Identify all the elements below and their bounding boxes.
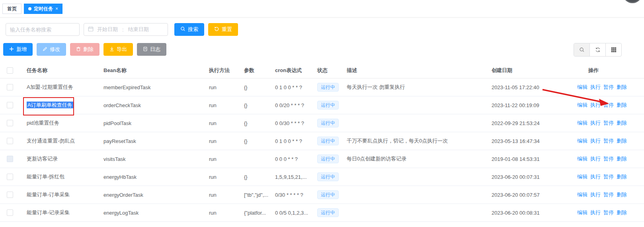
cell-status: 运行中 bbox=[313, 132, 343, 150]
op-run-link[interactable]: 执行 bbox=[590, 138, 601, 144]
cell-status: 运行中 bbox=[313, 150, 343, 168]
op-pause-link[interactable]: 暂停 bbox=[603, 84, 614, 90]
op-delete-link[interactable]: 删除 bbox=[617, 192, 627, 198]
op-pause-link[interactable]: 暂停 bbox=[603, 102, 614, 108]
op-delete-link[interactable]: 删除 bbox=[617, 84, 627, 90]
op-edit-link[interactable]: 编辑 bbox=[577, 138, 587, 144]
header-params[interactable]: 参数 bbox=[240, 63, 271, 78]
cell-method: run bbox=[205, 96, 240, 114]
cell-ops: 编辑执行暂停删除 bbox=[573, 168, 644, 186]
op-edit-link[interactable]: 编辑 bbox=[577, 84, 587, 90]
status-badge: 运行中 bbox=[317, 190, 339, 199]
add-button[interactable]: 新增 bbox=[3, 43, 33, 56]
search-button-label: 搜索 bbox=[188, 26, 198, 33]
header-created[interactable]: 创建日期 bbox=[488, 63, 573, 78]
cell-method: run bbox=[205, 186, 240, 204]
refresh-icon[interactable] bbox=[589, 43, 605, 56]
cell-cron: 1,5,9,15,21,... bbox=[271, 168, 313, 186]
reset-button[interactable]: 重置 bbox=[208, 23, 238, 36]
op-delete-link[interactable]: 删除 bbox=[617, 156, 627, 162]
op-delete-link[interactable]: 删除 bbox=[617, 102, 627, 108]
active-tab-dot-icon bbox=[28, 7, 31, 10]
op-edit-link[interactable]: 编辑 bbox=[577, 120, 587, 126]
status-badge: 运行中 bbox=[317, 83, 339, 92]
op-edit-link[interactable]: 编辑 bbox=[577, 102, 587, 108]
op-pause-link[interactable]: 暂停 bbox=[603, 156, 614, 162]
cell-desc: 千万不要乱点执行，切记，每天0点执行一次 bbox=[343, 132, 488, 150]
date-range-picker[interactable]: 开始日期 : 结束日期 bbox=[84, 23, 168, 36]
start-date-placeholder[interactable]: 开始日期 bbox=[97, 26, 118, 33]
row-checkbox[interactable] bbox=[7, 138, 13, 144]
cell-task-name: 支付通道重置-勿乱点 bbox=[20, 132, 100, 150]
op-run-link[interactable]: 执行 bbox=[590, 102, 601, 108]
cell-ops: 编辑执行暂停删除 bbox=[573, 204, 644, 222]
op-edit-link[interactable]: 编辑 bbox=[577, 209, 587, 215]
log-button[interactable]: 日志 bbox=[137, 43, 166, 56]
op-run-link[interactable]: 执行 bbox=[590, 209, 601, 215]
cell-task-name: 能量订单-拆红包 bbox=[20, 168, 100, 186]
row-checkbox[interactable] bbox=[7, 174, 13, 180]
op-pause-link[interactable]: 暂停 bbox=[603, 209, 614, 215]
column-settings-grid-icon[interactable] bbox=[605, 43, 621, 56]
cell-bean-name: payResetTask bbox=[100, 132, 205, 150]
row-checkbox[interactable] bbox=[7, 209, 13, 216]
document-icon bbox=[143, 47, 148, 53]
op-delete-link[interactable]: 删除 bbox=[617, 209, 627, 215]
row-checkbox[interactable] bbox=[7, 120, 13, 126]
table-row: A加盟-过期重置任务 memberExpiredTask run {} 0 1 … bbox=[0, 78, 644, 96]
op-pause-link[interactable]: 暂停 bbox=[603, 174, 614, 180]
tab-scheduled-tasks[interactable]: 定时任务 × bbox=[24, 4, 62, 14]
delete-button[interactable]: 删除 bbox=[70, 43, 100, 56]
cell-params: {} bbox=[240, 132, 271, 150]
op-edit-link[interactable]: 编辑 bbox=[577, 156, 587, 162]
task-name-search-input[interactable] bbox=[6, 23, 80, 36]
edit-button[interactable]: 修改 bbox=[37, 43, 66, 56]
cell-desc bbox=[343, 204, 488, 222]
cell-created: 2023-06-20 00:07:57 bbox=[488, 186, 573, 204]
row-checkbox[interactable] bbox=[7, 102, 13, 108]
cell-params: {} bbox=[240, 114, 271, 132]
row-checkbox[interactable] bbox=[7, 192, 13, 198]
header-cron[interactable]: cron表达式 bbox=[271, 63, 313, 78]
log-button-label: 日志 bbox=[150, 46, 160, 53]
op-edit-link[interactable]: 编辑 bbox=[577, 192, 587, 198]
op-run-link[interactable]: 执行 bbox=[590, 84, 601, 90]
tab-home[interactable]: 首页 bbox=[2, 4, 21, 14]
op-pause-link[interactable]: 暂停 bbox=[603, 138, 614, 144]
status-badge: 运行中 bbox=[317, 155, 339, 163]
header-bean-name[interactable]: Bean名称 bbox=[100, 63, 205, 78]
op-delete-link[interactable]: 删除 bbox=[617, 120, 627, 126]
header-status[interactable]: 状态 bbox=[313, 63, 343, 78]
cell-cron: 0 0/30 * * * ? bbox=[271, 114, 313, 132]
cell-cron: 0 1 0 0 * * ? bbox=[271, 132, 313, 150]
export-button[interactable]: 导出 bbox=[103, 43, 133, 56]
header-method[interactable]: 执行方法 bbox=[205, 63, 240, 78]
op-run-link[interactable]: 执行 bbox=[590, 174, 601, 180]
op-pause-link[interactable]: 暂停 bbox=[603, 192, 614, 198]
op-delete-link[interactable]: 删除 bbox=[617, 138, 627, 144]
row-checkbox[interactable] bbox=[7, 156, 13, 162]
op-run-link[interactable]: 执行 bbox=[590, 156, 601, 162]
table-tools-group bbox=[574, 43, 622, 57]
cell-desc bbox=[343, 114, 488, 132]
cell-method: run bbox=[205, 114, 240, 132]
cell-ops: 编辑执行暂停删除 bbox=[573, 114, 644, 132]
status-badge: 运行中 bbox=[317, 208, 339, 217]
search-button[interactable]: 搜索 bbox=[174, 23, 204, 36]
tab-scheduled-tasks-label: 定时任务 bbox=[34, 6, 53, 12]
tab-close-icon[interactable]: × bbox=[55, 6, 58, 12]
toggle-search-icon[interactable] bbox=[574, 43, 589, 56]
export-button-label: 导出 bbox=[117, 46, 127, 53]
cell-status: 运行中 bbox=[313, 114, 343, 132]
op-pause-link[interactable]: 暂停 bbox=[603, 120, 614, 126]
op-run-link[interactable]: 执行 bbox=[590, 192, 601, 198]
header-task-name[interactable]: 任务名称 bbox=[20, 63, 100, 78]
end-date-placeholder[interactable]: 结束日期 bbox=[128, 26, 149, 33]
op-delete-link[interactable]: 删除 bbox=[617, 174, 627, 180]
header-desc[interactable]: 描述 bbox=[343, 63, 488, 78]
op-edit-link[interactable]: 编辑 bbox=[577, 174, 587, 180]
select-all-checkbox[interactable] bbox=[7, 67, 13, 74]
op-run-link[interactable]: 执行 bbox=[590, 120, 601, 126]
cell-bean-name: memberExpiredTask bbox=[100, 78, 205, 96]
row-checkbox[interactable] bbox=[7, 84, 13, 90]
